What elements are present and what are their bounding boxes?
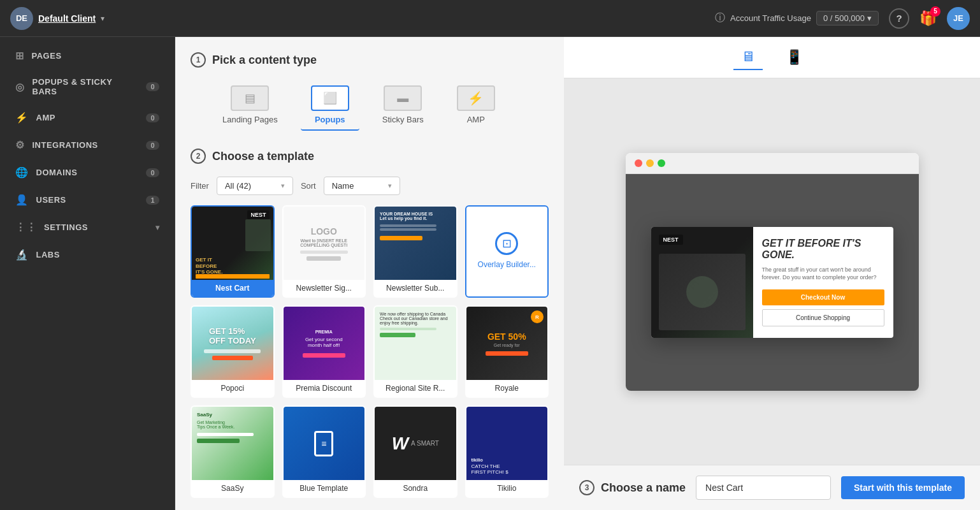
- browser-minimize-dot: [646, 159, 654, 167]
- help-button[interactable]: ?: [889, 8, 909, 29]
- amp-icon: ⚡: [15, 112, 29, 124]
- main-layout: ⊞ Pages ◎ Popups & Sticky Bars 0 ⚡ AMP 0…: [0, 37, 980, 510]
- step3-circle: 3: [579, 480, 594, 495]
- topbar: DE Default Client ▾ ⓘ Account Traffic Us…: [0, 0, 980, 37]
- users-icon: 👤: [15, 194, 29, 206]
- filter-select[interactable]: All (42) ▾: [217, 177, 293, 195]
- step1-header: 1 Pick a content type: [191, 52, 549, 68]
- landing-icon: ▤: [231, 85, 269, 111]
- popup-subtext: The great stuff in your cart won't be ar…: [762, 266, 884, 282]
- mobile-icon: 📱: [786, 49, 803, 65]
- mobile-preview-button[interactable]: 📱: [778, 45, 811, 70]
- sort-chevron-icon: ▾: [388, 182, 392, 190]
- topbar-left: DE Default Client ▾: [10, 7, 104, 30]
- template-nest-cart[interactable]: NEST GET ITBEFOREIT'S GONE. Nest Cart: [191, 205, 275, 298]
- template-grid: NEST GET ITBEFOREIT'S GONE. Nest Cart LO…: [191, 205, 549, 398]
- step1-circle: 1: [191, 52, 206, 68]
- nest-cart-label: Nest Cart: [192, 280, 273, 296]
- browser-window: NEST GET IT BEFORE IT'S GONE. The great …: [626, 153, 919, 391]
- template-newsletter-sub[interactable]: YOUR DREAM HOUSE ISLet us help you find …: [373, 205, 458, 298]
- tikilio-label: Tikilio: [466, 480, 548, 497]
- template-tikilio[interactable]: tikilio CATCH THEFIRST PITCH! $ Tikilio: [465, 405, 549, 498]
- browser-close-dot: [635, 159, 642, 167]
- sidebar-item-label: Users: [36, 195, 66, 205]
- browser-maximize-dot: [658, 159, 665, 167]
- tikilio-thumb: tikilio CATCH THEFIRST PITCH! $: [466, 407, 548, 480]
- popoci-thumb: GET 15%OFF TODAY: [192, 307, 273, 380]
- overlay-builder-label: Overlay Builder...: [473, 258, 541, 272]
- amp-content-icon: ⚡: [457, 85, 495, 111]
- newsletter-sub-label: Newsletter Sub...: [375, 280, 456, 296]
- template-regional-site[interactable]: We now offer shipping to CanadaCheck out…: [373, 305, 458, 398]
- popoci-label: Popoci: [192, 380, 273, 397]
- sidebar-item-settings[interactable]: ⋮⋮ Settings ▾: [0, 214, 175, 241]
- sidebar-item-label: Domains: [36, 168, 78, 177]
- sidebar-item-label: Integrations: [32, 140, 98, 150]
- domains-icon: 🌐: [15, 166, 29, 178]
- landing-label: Landing Pages: [222, 115, 278, 124]
- popup-nest-logo: NEST: [659, 235, 683, 245]
- step2-header: 2 Choose a template: [191, 149, 549, 164]
- sidebar-item-labs[interactable]: 🔬 Labs: [0, 241, 175, 268]
- content-type-landing[interactable]: ▤ Landing Pages: [212, 80, 288, 131]
- saasy-label: SaaSy: [192, 480, 273, 497]
- template-name-input[interactable]: [696, 476, 831, 500]
- traffic-badge: 0 / 500,000 ▾: [816, 11, 879, 26]
- sidebar-item-label: Labs: [36, 250, 60, 259]
- template-premia-discount[interactable]: PREMIA Get your secondmonth half off! Pr…: [282, 305, 366, 398]
- template-royale[interactable]: GET 50% Get ready for R Royale: [465, 305, 549, 398]
- template-newsletter-sig[interactable]: LOGO Want to [INSERT RELECOMPELLING QUES…: [282, 205, 366, 298]
- integrations-icon: ⚙: [15, 139, 25, 151]
- sticky-icon: ▬: [384, 85, 422, 111]
- popup-heading: GET IT BEFORE IT'S GONE.: [762, 238, 884, 260]
- content-type-selector: ▤ Landing Pages ⬜ Popups ▬ Sticky Bar: [191, 80, 549, 131]
- traffic-chevron-icon[interactable]: ▾: [867, 13, 872, 23]
- amp-label: AMP: [467, 115, 485, 124]
- left-panel: 1 Pick a content type ▤ Landing Pages ⬜ …: [175, 37, 564, 510]
- step2-section: 2 Choose a template Filter All (42) ▾ So…: [191, 149, 549, 498]
- regional-label: Regional Site R...: [375, 380, 456, 397]
- step3-title: Choose a name: [601, 481, 686, 495]
- content-type-amp[interactable]: ⚡ AMP: [447, 80, 505, 131]
- template-popoci[interactable]: GET 15%OFF TODAY Popoci: [191, 305, 275, 398]
- preview-area: NEST GET IT BEFORE IT'S GONE. The great …: [564, 78, 980, 465]
- newsletter-sub-thumb: YOUR DREAM HOUSE ISLet us help you find …: [375, 207, 456, 280]
- royale-label: Royale: [466, 380, 548, 397]
- template-sondra[interactable]: W A SMART Sondra: [373, 405, 458, 498]
- sidebar-item-users[interactable]: 👤 Users 1: [0, 186, 175, 214]
- info-icon: ⓘ: [715, 11, 725, 25]
- popup-checkout-button[interactable]: Checkout Now: [762, 289, 884, 305]
- sidebar-item-popups[interactable]: ◎ Popups & Sticky Bars 0: [0, 69, 175, 104]
- template-overlay-builder[interactable]: ⊡ Overlay Builder...: [465, 205, 549, 298]
- sidebar-item-amp[interactable]: ⚡ AMP 0: [0, 104, 175, 131]
- regional-thumb: We now offer shipping to CanadaCheck out…: [375, 307, 456, 380]
- users-badge: 1: [146, 196, 159, 205]
- sort-select[interactable]: Name ▾: [324, 177, 400, 195]
- pages-icon: ⊞: [15, 50, 24, 62]
- sidebar-item-pages[interactable]: ⊞ Pages: [0, 42, 175, 69]
- royale-thumb: GET 50% Get ready for R: [466, 307, 548, 380]
- sidebar-item-domains[interactable]: 🌐 Domains 0: [0, 159, 175, 186]
- content-type-popups[interactable]: ⬜ Popups: [301, 80, 359, 131]
- client-name[interactable]: Default Client: [38, 13, 96, 24]
- step3-header: 3 Choose a name: [579, 480, 686, 495]
- desktop-preview-button[interactable]: 🖥: [733, 45, 763, 70]
- sidebar-item-label: AMP: [36, 113, 55, 122]
- integrations-badge: 0: [146, 141, 159, 150]
- client-dropdown-icon[interactable]: ▾: [101, 14, 104, 23]
- gift-button[interactable]: 🎁 5: [919, 10, 937, 27]
- step2-title: Choose a template: [212, 150, 314, 163]
- template-blue[interactable]: ≡ Blue Template: [282, 405, 366, 498]
- content-type-sticky[interactable]: ▬ Sticky Bars: [372, 80, 434, 131]
- template-saasy[interactable]: SaaSy Get MarketingTips Once a Week. Saa…: [191, 405, 275, 498]
- popups-content-icon: ⬜: [311, 85, 349, 111]
- sidebar-item-integrations[interactable]: ⚙ Integrations 0: [0, 131, 175, 159]
- desktop-icon: 🖥: [741, 48, 755, 64]
- user-avatar[interactable]: JE: [947, 7, 970, 30]
- step2-circle: 2: [191, 149, 206, 164]
- start-template-button[interactable]: Start with this template: [841, 476, 965, 499]
- popup-continue-button[interactable]: Continue Shopping: [762, 309, 884, 326]
- premia-label: Premia Discount: [284, 380, 365, 397]
- saasy-thumb: SaaSy Get MarketingTips Once a Week.: [192, 407, 273, 480]
- topbar-right: ⓘ Account Traffic Usage 0 / 500,000 ▾ ? …: [715, 7, 970, 30]
